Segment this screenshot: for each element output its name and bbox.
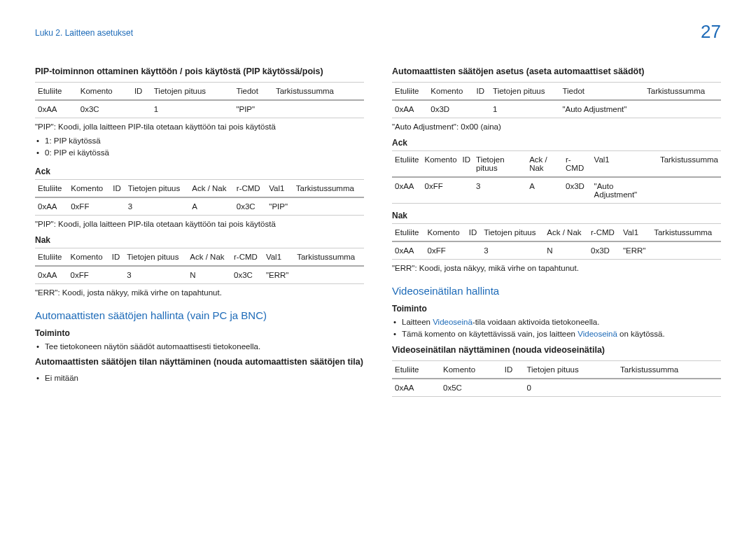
th: Tietojen pituus xyxy=(524,360,617,379)
td: 0xAA xyxy=(35,266,68,284)
th: r-CMD xyxy=(231,248,263,266)
th: Etuliite xyxy=(35,248,68,266)
list-item: Laitteen Videoseinä-tila voidaan aktivoi… xyxy=(392,316,721,328)
th: Tiedot xyxy=(233,83,272,101)
th: ID xyxy=(109,248,124,266)
list-item: 1: PIP käytössä xyxy=(35,135,364,147)
td: 0 xyxy=(524,379,617,397)
td: "PIP" xyxy=(266,197,293,216)
toiminto-title: Toiminto xyxy=(35,328,364,338)
th: Val1 xyxy=(266,179,293,197)
td: "ERR" xyxy=(620,241,651,260)
td: 0xAA xyxy=(392,100,428,118)
section-heading: Videoseinätilan hallinta xyxy=(392,285,721,297)
th: ID xyxy=(502,360,524,379)
td: 0xAA xyxy=(35,197,68,216)
th: Komento xyxy=(68,179,110,197)
th: Etuliite xyxy=(392,83,428,101)
td: 0xAA xyxy=(392,177,422,204)
th: Etuliite xyxy=(392,224,425,242)
pip-nak-table: Etuliite Komento ID Tietojen pituus Ack … xyxy=(35,248,364,284)
th: Tarkistussumma xyxy=(651,224,721,242)
td: 3 xyxy=(125,197,189,216)
td xyxy=(617,379,721,397)
td: 3 xyxy=(473,177,526,204)
th: Etuliite xyxy=(392,151,422,178)
text: Tämä komento on käytettävissä vain, jos … xyxy=(402,330,578,338)
page-number: 27 xyxy=(701,21,721,43)
th: Komento xyxy=(440,360,502,379)
th: Tietojen pituus xyxy=(125,179,189,197)
th: Ack / Nak xyxy=(189,179,234,197)
right-column: Automaattisten säätöjen asetus (aseta au… xyxy=(392,64,721,401)
th: ID xyxy=(474,83,491,101)
th: r-CMD xyxy=(563,151,592,178)
td: 0xAA xyxy=(35,100,78,118)
td: 0xFF xyxy=(68,266,109,284)
th: Ack / Nak xyxy=(544,224,588,242)
pip-command-table: Etuliite Komento ID Tietojen pituus Tied… xyxy=(35,82,364,118)
th: Tarkistussumma xyxy=(657,151,721,178)
th: Tietojen pituus xyxy=(473,151,526,178)
td xyxy=(132,100,151,118)
list-item: Tee tietokoneen näytön säädöt automaatti… xyxy=(35,341,364,353)
td xyxy=(110,197,125,216)
note-text: "PIP": Koodi, jolla laitteen PIP-tila ot… xyxy=(35,220,364,228)
th: Tietojen pituus xyxy=(124,248,187,266)
left-column: PIP-toiminnon ottaminen käyttöön / pois … xyxy=(35,64,364,401)
th: ID xyxy=(460,151,474,178)
td xyxy=(657,177,721,204)
videowall-table: Etuliite Komento ID Tietojen pituus Tark… xyxy=(392,360,721,397)
th: Etuliite xyxy=(35,179,68,197)
td: 0xAA xyxy=(392,241,425,260)
td: 0xAA xyxy=(392,379,440,397)
td: 0x3C xyxy=(231,266,263,284)
th: Komento xyxy=(78,83,132,101)
section-title: Automaattisten säätöjen tilan näyttämine… xyxy=(35,357,364,367)
bullet-list: Tee tietokoneen näytön säädöt automaatti… xyxy=(35,341,364,353)
td: A xyxy=(526,177,563,204)
td: 0xFF xyxy=(68,197,110,216)
th: Val1 xyxy=(620,224,651,242)
td: "PIP" xyxy=(233,100,272,118)
pip-ack-table: Etuliite Komento ID Tietojen pituus Ack … xyxy=(35,179,364,216)
note-text: "ERR": Koodi, josta näkyy, mikä virhe on… xyxy=(392,264,721,272)
auto-adj-ack-table: Etuliite Komento ID Tietojen pituus Ack … xyxy=(392,150,721,204)
td xyxy=(109,266,124,284)
th: Ack / Nak xyxy=(526,151,563,178)
td: "Auto Adjustment" xyxy=(559,100,644,118)
auto-adj-table: Etuliite Komento ID Tietojen pituus Tied… xyxy=(392,82,721,118)
th: Tarkistussumma xyxy=(644,83,721,101)
th: r-CMD xyxy=(588,224,620,242)
td: 0x3C xyxy=(234,197,266,216)
td: 0x3D xyxy=(563,177,592,204)
th: Etuliite xyxy=(35,83,78,101)
td: 0x3D xyxy=(428,100,473,118)
list-item: Ei mitään xyxy=(35,372,364,384)
th: Tietojen pituus xyxy=(490,83,559,101)
th: Tarkistussumma xyxy=(617,360,721,379)
td: N xyxy=(544,241,588,260)
text: on käytössä. xyxy=(617,330,665,338)
th: Val1 xyxy=(592,151,657,178)
td xyxy=(293,197,364,216)
text: -tila voidaan aktivoida tietokoneella. xyxy=(472,318,600,326)
th: Tarkistussumma xyxy=(273,83,364,101)
td xyxy=(502,379,524,397)
th: Komento xyxy=(422,151,460,178)
td: A xyxy=(189,197,234,216)
td: 3 xyxy=(481,241,544,260)
ack-title: Ack xyxy=(35,167,364,176)
td xyxy=(273,100,364,118)
td xyxy=(474,100,491,118)
td: 0xFF xyxy=(425,241,466,260)
note-text: "PIP": Koodi, jolla laitteen PIP-tila ot… xyxy=(35,122,364,131)
td xyxy=(466,241,481,260)
nak-title: Nak xyxy=(392,211,721,220)
bullet-list: Ei mitään xyxy=(35,372,364,384)
th: ID xyxy=(466,224,481,242)
td xyxy=(460,177,474,204)
th: Etuliite xyxy=(392,360,440,379)
th: Val1 xyxy=(263,248,294,266)
auto-adj-nak-table: Etuliite Komento ID Tietojen pituus Ack … xyxy=(392,223,721,260)
